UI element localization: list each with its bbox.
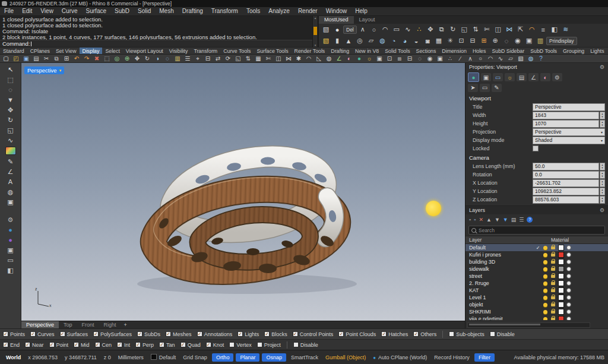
osnap-disable[interactable]: Disable — [293, 342, 318, 348]
chamfer-icon[interactable]: ◺ — [314, 55, 324, 62]
paint-tool-icon[interactable] — [5, 147, 16, 155]
scroll-up-icon[interactable]: ▴ — [313, 16, 318, 20]
rectangle-icon[interactable]: ▭ — [391, 25, 402, 34]
menu-solid[interactable]: Solid — [134, 7, 155, 15]
show-icon[interactable]: ◉ — [425, 55, 435, 62]
block-icon[interactable]: ⊞ — [479, 36, 489, 46]
tab-display[interactable]: Display — [80, 48, 103, 55]
scale-icon[interactable]: ◱ — [459, 25, 470, 34]
move-tool-icon[interactable]: ✥ — [3, 105, 18, 115]
layer-row-building-3d[interactable]: building 3D — [466, 258, 608, 265]
status-gumball-object[interactable]: Gumball (Object) — [322, 354, 369, 360]
command-history-panel[interactable]: 1 closed polysurface added to selection.… — [0, 16, 318, 47]
status-filter[interactable]: Filter — [474, 353, 495, 362]
spin-down-icon[interactable]: ▾ — [601, 183, 603, 186]
status-record-history[interactable]: Record History — [430, 354, 473, 360]
layer-material-icon[interactable] — [565, 252, 572, 257]
spinner-control[interactable]: ▴▾ — [600, 188, 605, 195]
viewport-tab-front[interactable]: Front — [77, 321, 99, 328]
osnap-knot[interactable]: ✓Knot — [206, 342, 224, 348]
menu-transform[interactable]: Transform — [207, 7, 242, 15]
grid-toggle-icon[interactable]: ⊟ — [203, 55, 213, 62]
filter-layers-icon[interactable]: ▼ — [503, 217, 508, 223]
text-tool-icon[interactable]: A — [3, 177, 18, 186]
layer-color-swatch[interactable] — [557, 266, 565, 272]
layer-lock-icon[interactable] — [549, 268, 557, 271]
filter-points[interactable]: ✓Points — [3, 331, 25, 337]
layer-color-swatch[interactable] — [557, 280, 565, 286]
copy-icon[interactable]: ⧉ — [52, 55, 61, 62]
dimension-properties-icon[interactable]: ∠ — [528, 73, 539, 81]
status-grid-snap[interactable]: Grid Snap — [179, 354, 211, 360]
filter-polysurfaces[interactable]: ✓PolySurfaces — [93, 331, 132, 337]
layer-material-icon[interactable] — [565, 281, 572, 286]
camera-icon[interactable]: ▣ — [3, 245, 18, 255]
command-prompt[interactable]: Command: — [0, 40, 312, 47]
status-planar[interactable]: Planar — [236, 353, 259, 362]
tab-holes[interactable]: Holes — [470, 48, 489, 55]
pan-view-icon[interactable]: ✥ — [132, 55, 142, 62]
mirror-icon[interactable]: ⇅ — [243, 55, 253, 62]
delete-layer-icon[interactable]: ✕ — [479, 217, 483, 223]
select-lasso-icon[interactable]: ◌ — [3, 85, 18, 94]
osnap-checkbox[interactable]: ✓ — [3, 342, 8, 347]
cube-icon[interactable]: ▧ — [321, 25, 331, 34]
shaded-display-icon[interactable]: ◑ — [153, 55, 162, 62]
show-icon[interactable]: ◉ — [512, 36, 523, 46]
subd-icon[interactable]: ◍ — [526, 55, 536, 62]
layer-lock-icon[interactable] — [549, 275, 557, 278]
delete-key-button[interactable]: Del — [343, 26, 357, 34]
filter-checkbox[interactable] — [449, 331, 454, 337]
filter-checkbox[interactable]: ✓ — [137, 331, 142, 337]
point-icon[interactable]: ∴ — [445, 55, 455, 62]
layer-material-icon[interactable] — [565, 309, 572, 314]
spinner-control[interactable]: ▴▾ — [600, 163, 605, 170]
eyedropper-tool-icon[interactable]: ✎ — [3, 157, 18, 166]
tab-subd-sidebar[interactable]: SubD Sidebar — [489, 48, 527, 55]
filter-checkbox[interactable]: ✓ — [238, 331, 243, 337]
menu-tools[interactable]: Tools — [242, 7, 264, 15]
layers-horizontal-scrollbar[interactable] — [467, 322, 590, 328]
lock-icon[interactable]: ▣ — [524, 36, 534, 46]
prop-field-width[interactable]: 1843 — [533, 112, 599, 119]
rotate-icon[interactable]: ↻ — [448, 25, 458, 34]
menu-view[interactable]: View — [36, 7, 58, 15]
scrollbar-thumb[interactable] — [469, 324, 540, 325]
layer-panel-icon[interactable]: ▥ — [173, 55, 182, 62]
osnap-vertex[interactable]: Vertex — [229, 342, 252, 348]
filter-checkbox[interactable]: ✓ — [197, 331, 202, 337]
filter-checkbox[interactable]: ✓ — [93, 331, 99, 337]
layer-material-icon[interactable] — [565, 288, 572, 293]
layer-material-icon[interactable] — [565, 316, 572, 320]
move-icon[interactable]: ⇄ — [213, 55, 223, 62]
layer-lock-icon[interactable] — [549, 318, 557, 321]
spinner-control[interactable]: ▴▾ — [600, 112, 605, 119]
layer-row-shkrimi[interactable]: SHKRIMI — [466, 308, 608, 315]
prop-field-rotation[interactable]: 0.0 — [533, 171, 599, 179]
split-icon[interactable]: ◫ — [493, 25, 504, 34]
tab-visibility[interactable]: Visibility — [166, 48, 191, 55]
osnap-perp[interactable]: ✓Perp — [135, 342, 154, 348]
cap-icon[interactable]: ◒ — [411, 36, 422, 46]
screen-capture-icon[interactable]: ▭ — [3, 255, 18, 265]
osnap-checkbox[interactable] — [257, 342, 262, 347]
layer-lock-icon[interactable] — [549, 246, 557, 249]
scrollbar-thumb[interactable] — [314, 27, 317, 35]
spin-down-icon[interactable]: ▾ — [601, 166, 603, 169]
filter-checkbox[interactable]: ✓ — [413, 331, 419, 337]
layer-tools-icon[interactable]: ▤ — [511, 217, 517, 223]
arc-icon[interactable]: ◠ — [486, 55, 495, 62]
offset-icon[interactable]: ≡ — [538, 25, 549, 34]
viewport-tab-perspective[interactable]: Perspective — [21, 321, 59, 328]
cylinder-icon[interactable]: ▮ — [332, 36, 343, 46]
layer-row-level-1[interactable]: Level 1 — [466, 294, 608, 301]
boolean-intersection-icon[interactable]: ◕ — [400, 36, 410, 46]
record-purple-icon[interactable]: ● — [3, 235, 18, 245]
osnap-int[interactable]: ✓Int — [117, 342, 130, 348]
toolbox-tab-mostused[interactable]: MostUsed — [319, 16, 354, 24]
layer-row-2-rruge[interactable]: 2. Rruge — [466, 280, 608, 287]
record-blue-icon[interactable]: ● — [3, 225, 18, 235]
layer-lock-icon[interactable] — [549, 289, 557, 292]
layer-row-kufiri-i-prones[interactable]: Kufiri i prones — [466, 251, 608, 258]
move-layer-up-icon[interactable]: ▲ — [486, 217, 492, 223]
